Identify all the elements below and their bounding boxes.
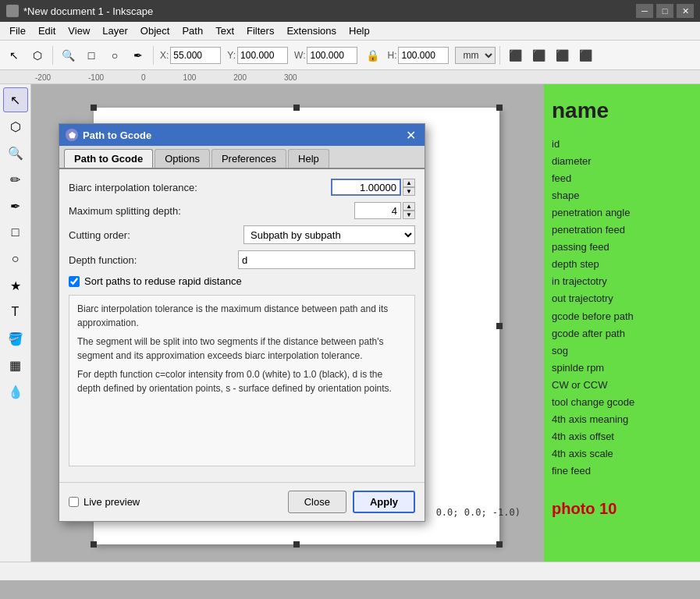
tool-pen[interactable]: ✒ [127,44,149,66]
right-panel: name id diameter feed shape penetration … [544,84,700,580]
right-panel-title: name [552,92,692,129]
menu-object[interactable]: Object [134,23,176,38]
right-panel-item-in-traj: in trajectotry [552,273,692,290]
menu-help[interactable]: Help [343,23,376,38]
tab-path-to-gcode[interactable]: Path to Gcode [64,149,153,168]
menu-path[interactable]: Path [176,23,209,38]
dialog-icon: ⬟ [66,129,78,141]
window-title: *New document 1 - Inkscape [23,5,153,17]
node-tool-btn[interactable]: ⬡ [3,114,28,139]
menu-view[interactable]: View [62,23,96,38]
right-panel-item-tool-change: tool change gcode [552,394,692,411]
right-panel-item-fine-feed: fine feed [552,463,692,480]
biarc-input[interactable] [331,179,401,196]
dialog-title-bar: ⬟ Path to Gcode ✕ [59,124,425,146]
menu-edit[interactable]: Edit [32,23,62,38]
dialog-body: Biarc interpolation tolerance: ▲ ▼ Maxim… [59,169,425,482]
sort-paths-label: Sort paths to reduse rapid distance [84,275,242,287]
menu-text[interactable]: Text [209,23,240,38]
resize-handle-b[interactable] [293,541,300,548]
right-panel-item-sog: sog [552,342,692,360]
close-button[interactable]: Close [288,491,346,513]
align-right-button[interactable]: ⬛ [551,44,573,66]
align-left-button[interactable]: ⬛ [504,44,526,66]
eyedrop-tool-btn[interactable]: 💧 [3,379,28,404]
right-panel-item-4th-meaning: 4th axis meaning [552,411,692,428]
depth-fn-input[interactable] [238,250,415,269]
w-input[interactable] [307,47,357,64]
tool-circle[interactable]: ○ [104,44,126,66]
rect-tool-btn[interactable]: □ [3,220,28,245]
tool-zoom[interactable]: 🔍 [57,44,79,66]
resize-handle-t[interactable] [293,105,300,111]
close-window-button[interactable]: ✕ [677,4,694,18]
biarc-spin-down[interactable]: ▼ [403,187,415,196]
max-split-input[interactable] [354,202,401,219]
tool-select[interactable]: ↖ [3,44,25,66]
right-panel-item-4th-scale: 4th axis scale [552,445,692,463]
right-panel-item-shape: shape [552,187,692,204]
circle-tool-btn[interactable]: ○ [3,246,28,271]
h-label: H: [387,50,396,61]
right-panel-item-4th-offset: 4th axis offset [552,428,692,445]
resize-handle-tl[interactable] [91,105,97,111]
resize-handle-r[interactable] [496,323,503,329]
title-bar: *New document 1 - Inkscape ─ □ ✕ [0,0,700,22]
cutting-order-select[interactable]: Subpath by subpath Layer by layer Path b… [243,225,415,244]
tab-options[interactable]: Options [155,149,210,168]
live-preview-checkbox[interactable] [69,497,79,507]
x-input[interactable] [170,47,221,64]
horizontal-ruler: -200 -100 0 100 200 300 [0,70,700,84]
tab-preferences[interactable]: Preferences [211,149,286,168]
menu-filters[interactable]: Filters [240,23,280,38]
apply-button[interactable]: Apply [353,491,415,513]
biarc-spin-up[interactable]: ▲ [403,179,415,187]
right-panel-item-id: id [552,136,692,153]
minimize-button[interactable]: ─ [636,4,653,18]
menu-file[interactable]: File [3,23,32,38]
pencil-tool-btn[interactable]: ✏ [3,167,28,192]
app-icon [6,5,19,17]
resize-handle-tr[interactable] [496,105,503,111]
align-top-button[interactable]: ⬛ [574,44,596,66]
sort-paths-checkbox[interactable] [69,276,80,287]
unit-select[interactable]: mm px cm in [455,47,496,64]
x-coord-field: X: [160,47,221,64]
h-coord-field: H: [387,47,449,64]
h-input[interactable] [398,47,449,64]
select-tool-btn[interactable]: ↖ [3,87,28,112]
gradient-tool-btn[interactable]: ▦ [3,353,28,377]
resize-handle-bl[interactable] [91,541,97,548]
right-panel-item-penetration-angle: penetration angle [552,204,692,222]
tool-node[interactable]: ⬡ [27,44,48,66]
fill-tool-btn[interactable]: 🪣 [3,326,28,351]
tab-help[interactable]: Help [288,149,329,168]
right-panel-item-passing-feed: passing feed [552,239,692,256]
right-panel-item-cw-ccw: CW or CCW [552,377,692,394]
right-panel-item-out-traj: out trajectotry [552,290,692,307]
biarc-label: Biarc interpolation tolerance: [69,182,331,193]
align-center-button[interactable]: ⬛ [528,44,549,66]
pen-tool-btn[interactable]: ✒ [3,193,28,218]
menu-extensions[interactable]: Extensions [280,23,343,38]
dialog-close-button[interactable]: ✕ [403,127,418,143]
max-split-spin-up[interactable]: ▲ [403,202,415,211]
right-panel-item-penetration-feed: penetration feed [552,222,692,239]
star-tool-btn[interactable]: ★ [3,273,28,298]
info-text-3: For depth function c=color intensity fro… [77,367,407,395]
tool-rect[interactable]: □ [80,44,102,66]
lock-aspect-button[interactable]: 🔒 [361,44,383,66]
right-panel-item-feed: feed [552,170,692,187]
resize-handle-br[interactable] [496,541,503,548]
menu-layer[interactable]: Layer [96,23,134,38]
text-tool-btn[interactable]: T [3,300,28,324]
right-panel-item-depth-step: depth step [552,256,692,273]
cutting-order-select-wrapper: Subpath by subpath Layer by layer Path b… [243,225,415,244]
y-input[interactable] [237,47,288,64]
dialog-footer: Live preview Close Apply [59,482,425,521]
dialog-tabs: Path to Gcode Options Preferences Help [59,146,425,169]
maximize-button[interactable]: □ [656,4,673,18]
zoom-tool-btn[interactable]: 🔍 [3,140,28,165]
info-box: Biarc interpolation tolerance is the max… [69,295,415,466]
max-split-spin-down[interactable]: ▼ [403,211,415,219]
